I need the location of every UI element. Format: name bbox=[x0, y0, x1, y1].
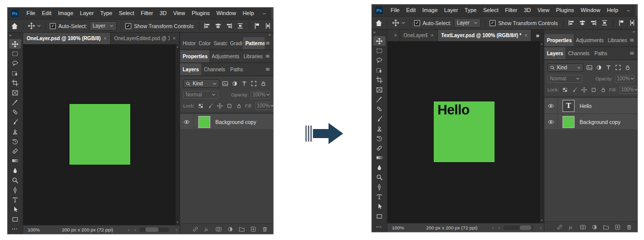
path-selection-tool[interactable] bbox=[373, 202, 385, 211]
menu-view[interactable]: View bbox=[534, 5, 553, 16]
close-icon[interactable]: × bbox=[104, 36, 107, 41]
history-brush-tool[interactable] bbox=[373, 134, 385, 143]
brush-tool[interactable] bbox=[9, 117, 21, 127]
layer-visibility-toggle[interactable] bbox=[544, 114, 558, 130]
menu-file[interactable]: File bbox=[387, 5, 403, 16]
minimize-button[interactable]: – bbox=[621, 5, 635, 16]
minimize-button[interactable]: – bbox=[257, 8, 271, 19]
show-transform-checkbox[interactable]: ✓ bbox=[125, 23, 131, 29]
document-tab[interactable]: OneLayerEdited.psd× bbox=[400, 30, 438, 41]
close-icon[interactable]: × bbox=[431, 33, 434, 38]
object-selection-tool[interactable] bbox=[9, 68, 21, 78]
panel-tab-patterns[interactable]: Patterns bbox=[243, 37, 265, 49]
crop-tool[interactable] bbox=[373, 75, 385, 85]
menu-edit[interactable]: Edit bbox=[39, 8, 55, 19]
rectangular-marquee-tool[interactable] bbox=[373, 46, 385, 55]
path-selection-tool[interactable] bbox=[9, 205, 21, 214]
type-tool[interactable] bbox=[373, 192, 385, 201]
new-layer-icon[interactable] bbox=[614, 223, 621, 230]
brush-tool[interactable] bbox=[373, 114, 385, 124]
toolbar-collapse-icon[interactable]: » bbox=[8, 33, 11, 39]
canvas-area[interactable]: Hello ▲ ▼ bbox=[387, 41, 544, 223]
spot-healing-brush-tool[interactable] bbox=[9, 107, 21, 117]
distribute-icon[interactable] bbox=[601, 19, 609, 27]
opacity-field[interactable]: 100% bbox=[615, 75, 634, 83]
new-layer-icon[interactable] bbox=[250, 225, 257, 232]
menu-3d[interactable]: 3D bbox=[521, 5, 534, 16]
menu-layer[interactable]: Layer bbox=[76, 8, 97, 19]
pen-tool[interactable] bbox=[9, 185, 21, 195]
layer-visibility-toggle[interactable] bbox=[544, 98, 558, 113]
layer-row[interactable]: Background copy bbox=[544, 114, 637, 130]
panel-tab-adjustments[interactable]: Adjustments bbox=[209, 50, 241, 62]
menu-select[interactable]: Select bbox=[116, 8, 138, 19]
rectangular-marquee-tool[interactable] bbox=[9, 49, 21, 58]
lasso-tool[interactable] bbox=[9, 59, 21, 68]
menu-select[interactable]: Select bbox=[480, 5, 502, 16]
layer-row[interactable]: THello bbox=[544, 98, 637, 114]
rectangle-tool[interactable] bbox=[373, 211, 385, 221]
menu-image[interactable]: Image bbox=[55, 8, 77, 19]
home-icon[interactable] bbox=[375, 19, 383, 27]
menu-3d[interactable]: 3D bbox=[156, 8, 170, 19]
panel-tab-paths[interactable]: Paths bbox=[592, 47, 610, 59]
filter-adjustment-icon[interactable] bbox=[231, 80, 238, 87]
panel-tab-gradi[interactable]: Gradi bbox=[227, 37, 243, 49]
menu-image[interactable]: Image bbox=[419, 5, 441, 16]
dodge-tool[interactable] bbox=[9, 175, 21, 185]
panel-menu-icon[interactable] bbox=[265, 53, 271, 59]
zoom-level[interactable]: 100% bbox=[387, 225, 414, 230]
panel-tab-channels[interactable]: Channels bbox=[566, 47, 592, 59]
gradient-tool[interactable] bbox=[373, 153, 385, 163]
tab-overflow-icon[interactable]: » bbox=[531, 30, 544, 41]
eraser-tool[interactable] bbox=[9, 146, 21, 156]
menu-help[interactable]: Help bbox=[239, 8, 258, 19]
align-horizontal-centers-icon[interactable] bbox=[579, 19, 587, 27]
object-selection-tool[interactable] bbox=[373, 65, 385, 75]
new-adjustment-layer-icon[interactable] bbox=[226, 225, 233, 232]
menu-edit[interactable]: Edit bbox=[403, 5, 419, 16]
align-right-edges-icon[interactable] bbox=[225, 22, 233, 30]
eraser-tool[interactable] bbox=[373, 143, 385, 153]
chevron-down-icon[interactable] bbox=[401, 21, 406, 25]
panel-menu-icon[interactable] bbox=[265, 40, 271, 46]
edit-toolbar-icon[interactable] bbox=[11, 226, 19, 232]
scrollbar-thumb[interactable] bbox=[520, 225, 531, 230]
menu-window[interactable]: Window bbox=[213, 8, 239, 19]
distribute-vertical-icon[interactable] bbox=[264, 22, 272, 30]
menu-plugins[interactable]: Plugins bbox=[188, 8, 213, 19]
horizontal-scrollbar[interactable] bbox=[504, 225, 533, 230]
panel-collapse-icon[interactable]: » bbox=[544, 30, 637, 34]
panel-tab-layers[interactable]: Layers bbox=[544, 47, 566, 59]
zoom-level[interactable]: 100% bbox=[23, 227, 50, 232]
move-tool[interactable] bbox=[9, 39, 21, 49]
filter-image-icon[interactable] bbox=[586, 64, 593, 71]
align-top-icon[interactable] bbox=[617, 19, 625, 27]
lock-paint-icon[interactable] bbox=[207, 102, 214, 109]
new-group-icon[interactable] bbox=[602, 223, 609, 230]
layer-effects-icon[interactable] bbox=[203, 225, 210, 232]
menu-view[interactable]: View bbox=[170, 8, 189, 19]
canvas-area[interactable]: ▲ ▼ bbox=[23, 44, 180, 225]
vertical-scrollbar[interactable]: ▲ ▼ bbox=[539, 41, 544, 223]
show-transform-checkbox[interactable]: ✓ bbox=[490, 20, 496, 26]
scroll-right-icon[interactable]: › bbox=[173, 227, 180, 232]
lock-position-icon[interactable] bbox=[216, 102, 223, 109]
close-icon[interactable]: × bbox=[173, 36, 176, 41]
panel-menu-icon[interactable] bbox=[629, 50, 635, 56]
crop-tool[interactable] bbox=[9, 78, 21, 88]
add-layer-mask-icon[interactable] bbox=[215, 225, 222, 232]
add-layer-mask-icon[interactable] bbox=[579, 223, 586, 230]
eyedropper-tool[interactable] bbox=[9, 97, 21, 107]
panel-tab-properties[interactable]: Properties bbox=[180, 50, 209, 62]
panel-tab-properties[interactable]: Properties bbox=[544, 34, 574, 46]
document-tab[interactable]: TextLayer.psd @ 100% (RGB/8#) *× bbox=[438, 30, 531, 41]
lock-position-icon[interactable] bbox=[581, 86, 588, 93]
blend-mode-dropdown[interactable]: Normal bbox=[547, 75, 583, 83]
align-top-icon[interactable] bbox=[253, 22, 261, 30]
panel-collapse-icon[interactable]: » bbox=[180, 33, 273, 37]
filter-type-icon[interactable] bbox=[240, 80, 248, 87]
new-adjustment-layer-icon[interactable] bbox=[591, 223, 598, 230]
frame-tool[interactable] bbox=[373, 85, 385, 94]
move-tool-icon[interactable] bbox=[27, 22, 35, 30]
